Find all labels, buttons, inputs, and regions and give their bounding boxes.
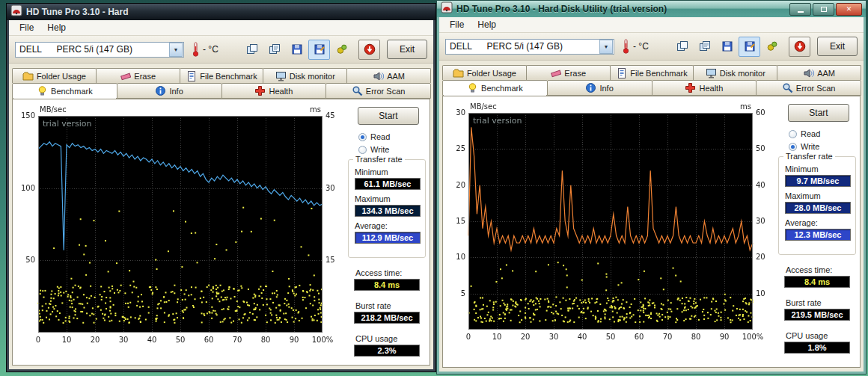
tab-file-benchmark[interactable]: File Benchmark: [610, 65, 694, 80]
drive-select[interactable]: DELL PERC 5/i (147 GB) ▼: [445, 39, 614, 55]
download-button[interactable]: [358, 40, 380, 60]
app-icon: [10, 4, 22, 19]
cpu-usage-value: 2.3%: [354, 345, 420, 357]
temperature-display: - °C: [192, 41, 218, 58]
start-button[interactable]: Start: [358, 107, 419, 125]
cpu-usage-value: 1.8%: [784, 342, 850, 354]
access-time-label: Access time:: [786, 265, 832, 274]
save-text-button[interactable]: [739, 37, 760, 57]
read-radio-dot[interactable]: [789, 130, 797, 138]
window-client: File Help DELL PERC 5/i (147 GB) ▼ - °C: [9, 20, 433, 369]
menu-help[interactable]: Help: [41, 22, 72, 34]
minimum-label: Minimum: [785, 164, 819, 173]
save-image-button[interactable]: [716, 37, 738, 57]
tab-folder-usage[interactable]: Folder Usage: [12, 68, 97, 83]
read-radio[interactable]: Read: [358, 132, 390, 141]
hdtune-window-right: HD Tune Pro 3.10 - Hard Disk Utility (tr…: [436, 0, 867, 375]
benchmark-chart: [16, 102, 340, 349]
desktop: HD Tune Pro 3.10 - Hard ✕ File Help DELL…: [0, 0, 868, 376]
save-text-icon: [744, 40, 756, 52]
exit-button[interactable]: Exit: [817, 37, 858, 56]
exit-button[interactable]: Exit: [387, 40, 427, 59]
tab-error-scan[interactable]: Error Scan: [326, 83, 431, 99]
access-time-value: 8.4 ms: [354, 279, 420, 291]
chevron-down-icon[interactable]: ▼: [599, 40, 613, 54]
file-benchmark-icon: [186, 70, 197, 81]
minimize-button[interactable]: [789, 3, 811, 16]
write-radio-dot[interactable]: [789, 143, 797, 151]
titlebar[interactable]: HD Tune Pro 3.10 - Hard Disk Utility (tr…: [437, 1, 866, 17]
tab-benchmark[interactable]: Benchmark: [12, 83, 117, 99]
tab-error-scan[interactable]: Error Scan: [756, 80, 861, 96]
tab-health[interactable]: Health: [221, 83, 327, 99]
minimum-value: 61.1 MB/sec: [355, 178, 421, 190]
maximum-value: 134.3 MB/sec: [355, 205, 421, 217]
benchmark-controls: Start Read Write Transfer rate Minimum 9…: [777, 96, 861, 367]
menu-file[interactable]: File: [444, 19, 470, 31]
read-radio-dot[interactable]: [358, 133, 367, 141]
tabstrip: Folder Usage Erase File Benchmark Disk m…: [12, 68, 430, 99]
tab-disk-monitor[interactable]: Disk monitor: [693, 65, 777, 80]
maximum-label: Maximum: [355, 194, 391, 203]
tab-aam[interactable]: AAM: [777, 65, 861, 80]
transfer-rate-legend: Transfer rate: [783, 152, 835, 161]
save-image-button[interactable]: [286, 40, 308, 60]
menu-file[interactable]: File: [13, 22, 40, 34]
save-text-icon: [314, 43, 326, 55]
folder-icon: [22, 70, 34, 81]
info-icon: [585, 82, 596, 93]
copy-image-button[interactable]: [671, 37, 693, 57]
maximum-value: 28.0 MB/sec: [785, 202, 851, 214]
titlebar[interactable]: HD Tune Pro 3.10 - Hard ✕: [7, 4, 435, 20]
temperature-value: - °C: [633, 41, 649, 52]
tab-aam[interactable]: AAM: [346, 68, 431, 83]
drive-select[interactable]: DELL PERC 5/i (147 GB) ▼: [15, 42, 184, 58]
toolbar-icons: [671, 37, 810, 57]
save-image-icon: [291, 43, 303, 55]
tab-health[interactable]: Health: [652, 80, 757, 96]
tab-info[interactable]: Info: [117, 83, 222, 99]
access-time-value: 8.4 ms: [784, 276, 850, 288]
tab-folder-usage[interactable]: Folder Usage: [442, 65, 527, 80]
health-icon: [685, 82, 696, 93]
file-benchmark-icon: [616, 67, 627, 78]
close-button[interactable]: ✕: [836, 3, 862, 16]
export-button[interactable]: [331, 40, 352, 60]
export-button[interactable]: [761, 37, 783, 57]
benchmark-panel: Start Read Write Transfer rate Minimum 6…: [12, 99, 430, 366]
drive-select-value: DELL PERC 5/i (147 GB): [446, 41, 599, 52]
menubar: File Help: [439, 17, 864, 33]
transfer-rate-legend: Transfer rate: [353, 155, 405, 164]
save-text-button[interactable]: [308, 40, 330, 60]
menu-help[interactable]: Help: [471, 19, 502, 31]
average-label: Average:: [785, 218, 818, 227]
tab-file-benchmark[interactable]: File Benchmark: [180, 68, 264, 83]
tab-benchmark[interactable]: Benchmark: [442, 80, 548, 96]
transfer-rate-group: Transfer rate Minimum 9.7 MB/sec Maximum…: [778, 156, 856, 255]
copy-text-icon: [269, 43, 281, 55]
copy-image-button[interactable]: [241, 40, 263, 60]
download-button[interactable]: [789, 37, 810, 57]
tab-erase[interactable]: Erase: [526, 65, 611, 80]
cpu-usage-label: CPU usage: [355, 334, 397, 343]
health-icon: [254, 85, 266, 96]
eraser-icon: [550, 67, 561, 78]
write-radio[interactable]: Write: [789, 142, 819, 151]
average-label: Average:: [355, 221, 388, 230]
tab-disk-monitor[interactable]: Disk monitor: [263, 68, 347, 83]
copy-text-button[interactable]: [263, 40, 285, 60]
copy-text-button[interactable]: [694, 37, 715, 57]
tab-erase[interactable]: Erase: [96, 68, 180, 83]
start-button[interactable]: Start: [788, 104, 849, 122]
average-value: 12.3 MB/sec: [785, 229, 851, 241]
burst-rate-value: 219.5 MB/sec: [784, 309, 850, 321]
write-radio[interactable]: Write: [358, 145, 389, 154]
read-radio[interactable]: Read: [789, 129, 820, 138]
title-buttons: ✕: [789, 3, 862, 16]
maximize-button[interactable]: [813, 3, 834, 16]
tab-info[interactable]: Info: [547, 80, 652, 96]
write-radio-dot[interactable]: [358, 146, 367, 154]
disk-monitor-icon: [275, 70, 287, 81]
chevron-down-icon[interactable]: ▼: [169, 43, 183, 57]
bulb-icon: [37, 85, 48, 96]
